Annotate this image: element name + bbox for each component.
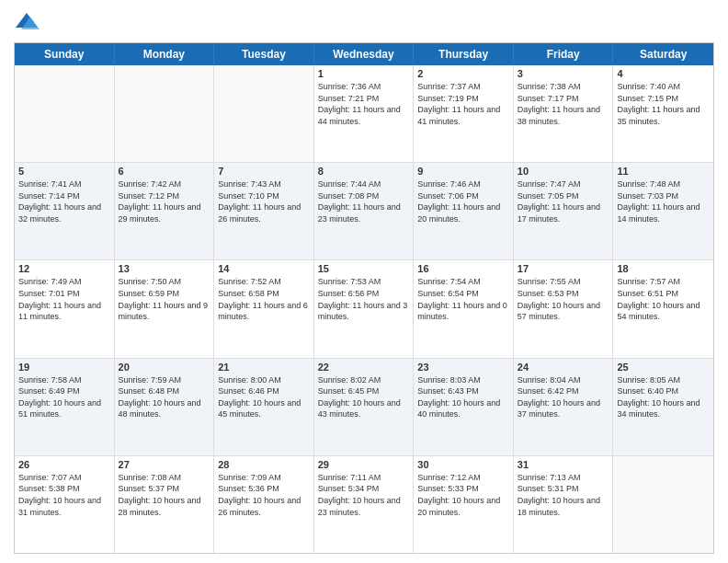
day-cell-27: 27Sunrise: 7:08 AMSunset: 5:37 PMDayligh…	[115, 456, 215, 553]
day-cell-19: 19Sunrise: 7:58 AMSunset: 6:49 PMDayligh…	[15, 359, 115, 455]
logo	[14, 9, 43, 35]
day-info: Sunrise: 7:08 AMSunset: 5:37 PMDaylight:…	[119, 472, 210, 518]
day-info: Sunrise: 7:43 AMSunset: 7:10 PMDaylight:…	[218, 178, 310, 224]
day-cell-17: 17Sunrise: 7:55 AMSunset: 6:53 PMDayligh…	[514, 260, 614, 357]
day-header-wednesday: Wednesday	[314, 43, 415, 65]
week-row-4: 19Sunrise: 7:58 AMSunset: 6:49 PMDayligh…	[15, 359, 713, 456]
day-info: Sunrise: 8:02 AMSunset: 6:45 PMDaylight:…	[318, 374, 410, 420]
day-header-thursday: Thursday	[414, 43, 514, 65]
day-cell-6: 6Sunrise: 7:42 AMSunset: 7:12 PMDaylight…	[115, 163, 215, 259]
day-number: 26	[18, 459, 110, 470]
day-cell-10: 10Sunrise: 7:47 AMSunset: 7:05 PMDayligh…	[514, 163, 614, 259]
day-cell-1: 1Sunrise: 7:36 AMSunset: 7:21 PMDaylight…	[314, 65, 415, 162]
day-info: Sunrise: 7:55 AMSunset: 6:53 PMDaylight:…	[518, 276, 609, 322]
day-info: Sunrise: 7:54 AMSunset: 6:54 PMDaylight:…	[417, 276, 509, 322]
day-cell-31: 31Sunrise: 7:13 AMSunset: 5:31 PMDayligh…	[514, 456, 614, 553]
day-cell-4: 4Sunrise: 7:40 AMSunset: 7:15 PMDaylight…	[613, 65, 713, 162]
day-cell-16: 16Sunrise: 7:54 AMSunset: 6:54 PMDayligh…	[414, 260, 514, 357]
day-info: Sunrise: 7:44 AMSunset: 7:08 PMDaylight:…	[318, 178, 410, 224]
week-row-1: 1Sunrise: 7:36 AMSunset: 7:21 PMDaylight…	[15, 65, 713, 163]
day-cell-22: 22Sunrise: 8:02 AMSunset: 6:45 PMDayligh…	[314, 359, 415, 455]
day-info: Sunrise: 8:04 AMSunset: 6:42 PMDaylight:…	[518, 374, 609, 420]
day-info: Sunrise: 7:09 AMSunset: 5:36 PMDaylight:…	[218, 472, 310, 518]
week-row-3: 12Sunrise: 7:49 AMSunset: 7:01 PMDayligh…	[15, 260, 713, 358]
day-cell-30: 30Sunrise: 7:12 AMSunset: 5:33 PMDayligh…	[414, 456, 514, 553]
day-header-tuesday: Tuesday	[214, 43, 314, 65]
day-cell-14: 14Sunrise: 7:52 AMSunset: 6:58 PMDayligh…	[214, 260, 314, 357]
day-number: 2	[417, 68, 509, 79]
week-row-5: 26Sunrise: 7:07 AMSunset: 5:38 PMDayligh…	[15, 456, 713, 553]
day-number: 16	[417, 263, 509, 274]
day-cell-2: 2Sunrise: 7:37 AMSunset: 7:19 PMDaylight…	[414, 65, 514, 162]
day-info: Sunrise: 7:38 AMSunset: 7:17 PMDaylight:…	[518, 81, 609, 127]
empty-cell	[15, 65, 115, 162]
day-cell-25: 25Sunrise: 8:05 AMSunset: 6:40 PMDayligh…	[613, 359, 713, 455]
day-number: 6	[119, 166, 210, 177]
day-cell-15: 15Sunrise: 7:53 AMSunset: 6:56 PMDayligh…	[314, 260, 415, 357]
day-number: 13	[119, 263, 210, 274]
day-number: 27	[119, 459, 210, 470]
day-info: Sunrise: 7:37 AMSunset: 7:19 PMDaylight:…	[417, 81, 509, 127]
empty-cell	[115, 65, 215, 162]
day-info: Sunrise: 8:00 AMSunset: 6:46 PMDaylight:…	[218, 374, 310, 420]
day-number: 31	[518, 459, 609, 470]
day-cell-5: 5Sunrise: 7:41 AMSunset: 7:14 PMDaylight…	[15, 163, 115, 259]
day-info: Sunrise: 7:07 AMSunset: 5:38 PMDaylight:…	[18, 472, 110, 518]
day-number: 7	[218, 166, 310, 177]
day-info: Sunrise: 7:59 AMSunset: 6:48 PMDaylight:…	[119, 374, 210, 420]
day-cell-13: 13Sunrise: 7:50 AMSunset: 6:59 PMDayligh…	[115, 260, 215, 357]
day-cell-11: 11Sunrise: 7:48 AMSunset: 7:03 PMDayligh…	[613, 163, 713, 259]
day-cell-12: 12Sunrise: 7:49 AMSunset: 7:01 PMDayligh…	[15, 260, 115, 357]
day-cell-26: 26Sunrise: 7:07 AMSunset: 5:38 PMDayligh…	[15, 456, 115, 553]
day-number: 25	[617, 362, 710, 373]
day-number: 28	[218, 459, 310, 470]
calendar: SundayMondayTuesdayWednesdayThursdayFrid…	[14, 42, 714, 554]
day-header-saturday: Saturday	[613, 43, 713, 65]
day-number: 21	[218, 362, 310, 373]
day-number: 1	[318, 68, 410, 79]
day-info: Sunrise: 7:36 AMSunset: 7:21 PMDaylight:…	[318, 81, 410, 127]
day-info: Sunrise: 7:11 AMSunset: 5:34 PMDaylight:…	[318, 472, 410, 518]
day-number: 22	[318, 362, 410, 373]
calendar-body: 1Sunrise: 7:36 AMSunset: 7:21 PMDaylight…	[15, 65, 713, 553]
day-number: 9	[417, 166, 509, 177]
day-info: Sunrise: 7:48 AMSunset: 7:03 PMDaylight:…	[617, 178, 710, 224]
week-row-2: 5Sunrise: 7:41 AMSunset: 7:14 PMDaylight…	[15, 163, 713, 260]
day-info: Sunrise: 7:57 AMSunset: 6:51 PMDaylight:…	[617, 276, 710, 322]
empty-cell	[214, 65, 314, 162]
day-cell-8: 8Sunrise: 7:44 AMSunset: 7:08 PMDaylight…	[314, 163, 415, 259]
header	[14, 9, 714, 35]
day-header-friday: Friday	[514, 43, 614, 65]
day-number: 23	[417, 362, 509, 373]
day-info: Sunrise: 7:50 AMSunset: 6:59 PMDaylight:…	[119, 276, 210, 322]
day-info: Sunrise: 7:49 AMSunset: 7:01 PMDaylight:…	[18, 276, 110, 322]
day-number: 19	[18, 362, 110, 373]
day-number: 12	[18, 263, 110, 274]
day-cell-24: 24Sunrise: 8:04 AMSunset: 6:42 PMDayligh…	[514, 359, 614, 455]
day-info: Sunrise: 7:53 AMSunset: 6:56 PMDaylight:…	[318, 276, 410, 322]
day-number: 18	[617, 263, 710, 274]
day-info: Sunrise: 7:52 AMSunset: 6:58 PMDaylight:…	[218, 276, 310, 322]
logo-icon	[14, 9, 40, 35]
day-number: 4	[617, 68, 710, 79]
day-cell-29: 29Sunrise: 7:11 AMSunset: 5:34 PMDayligh…	[314, 456, 415, 553]
empty-cell	[613, 456, 713, 553]
day-number: 3	[518, 68, 609, 79]
day-info: Sunrise: 7:46 AMSunset: 7:06 PMDaylight:…	[417, 178, 509, 224]
day-info: Sunrise: 7:13 AMSunset: 5:31 PMDaylight:…	[518, 472, 609, 518]
day-number: 24	[518, 362, 609, 373]
day-number: 10	[518, 166, 609, 177]
day-cell-21: 21Sunrise: 8:00 AMSunset: 6:46 PMDayligh…	[214, 359, 314, 455]
day-number: 8	[318, 166, 410, 177]
day-number: 20	[119, 362, 210, 373]
day-number: 15	[318, 263, 410, 274]
day-info: Sunrise: 7:42 AMSunset: 7:12 PMDaylight:…	[119, 178, 210, 224]
day-info: Sunrise: 7:41 AMSunset: 7:14 PMDaylight:…	[18, 178, 110, 224]
day-number: 5	[18, 166, 110, 177]
day-number: 14	[218, 263, 310, 274]
day-info: Sunrise: 7:40 AMSunset: 7:15 PMDaylight:…	[617, 81, 710, 127]
day-cell-23: 23Sunrise: 8:03 AMSunset: 6:43 PMDayligh…	[414, 359, 514, 455]
day-cell-18: 18Sunrise: 7:57 AMSunset: 6:51 PMDayligh…	[613, 260, 713, 357]
day-cell-28: 28Sunrise: 7:09 AMSunset: 5:36 PMDayligh…	[214, 456, 314, 553]
calendar-header: SundayMondayTuesdayWednesdayThursdayFrid…	[15, 43, 713, 65]
